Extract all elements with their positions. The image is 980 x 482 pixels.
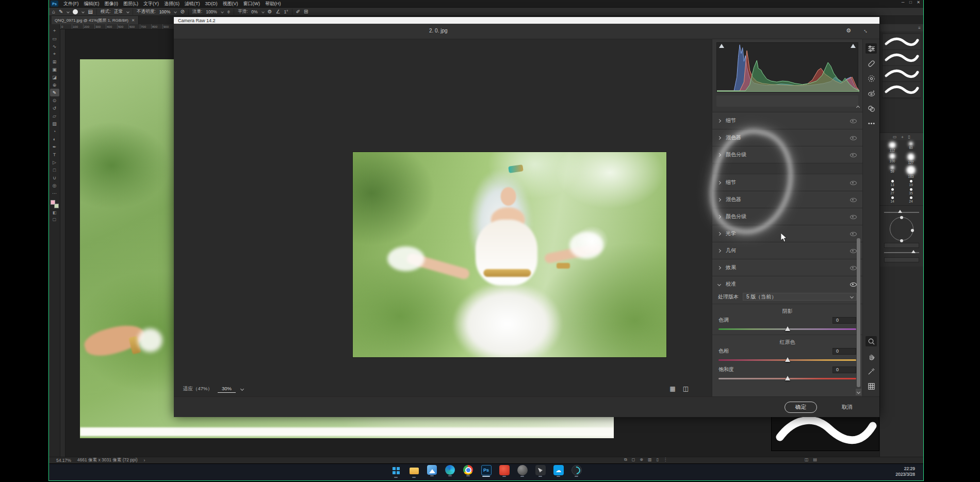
panel-footer-icon[interactable]: ⋮ xyxy=(663,457,667,462)
slider-thumb[interactable] xyxy=(911,250,916,253)
calibration-header[interactable]: 校准 xyxy=(712,276,862,292)
menu-item-5[interactable]: 选择(S) xyxy=(161,1,182,6)
highlight-clipping-icon[interactable] xyxy=(851,44,856,48)
brush-preset[interactable]: 24 xyxy=(903,196,919,204)
masking-tool-icon[interactable] xyxy=(865,73,877,84)
taskbar-red-app-icon[interactable] xyxy=(498,465,511,478)
minimize-icon[interactable]: ─ xyxy=(899,0,907,5)
color-swatches[interactable] xyxy=(51,200,59,208)
brush-preset[interactable]: 112 xyxy=(884,142,901,153)
preview-settings-icon[interactable]: ▦ xyxy=(669,385,675,392)
menu-item-8[interactable]: 视图(V) xyxy=(220,1,241,6)
smoothing-gear-icon[interactable]: ⚙ xyxy=(268,9,272,14)
delete-brush-icon[interactable]: ▯ xyxy=(908,135,910,139)
section-9[interactable]: 效果 xyxy=(712,259,862,276)
taskbar-player-icon[interactable] xyxy=(570,465,583,478)
maximize-icon[interactable]: □ xyxy=(907,0,914,5)
taskbar-clock[interactable]: 22:29 2023/3/28 xyxy=(895,466,915,477)
before-after-view-icon[interactable]: ◫ xyxy=(683,385,689,392)
taskbar-edge-icon[interactable] xyxy=(444,465,457,478)
brush-preset[interactable]: 59 xyxy=(884,165,901,179)
brush-stroke-preset[interactable] xyxy=(883,34,921,50)
taskbar-netdisk-icon[interactable]: ☁ xyxy=(552,465,565,478)
scroll-down-icon[interactable] xyxy=(856,389,861,395)
pressure-opacity-icon[interactable]: ⊘ xyxy=(180,9,184,14)
section-0[interactable]: 细节 xyxy=(712,112,862,129)
crop-tool[interactable]: ⊞ xyxy=(50,58,59,65)
panel-footer-icon[interactable]: ▤ xyxy=(813,457,818,462)
blur-tool[interactable]: ◔ xyxy=(50,127,59,135)
flow-value[interactable]: 100% xyxy=(206,9,217,14)
slider-thumb[interactable] xyxy=(785,357,790,362)
menu-item-9[interactable]: 窗口(W) xyxy=(241,1,263,6)
frame-tool[interactable]: ▣ xyxy=(50,65,59,73)
pen-tool[interactable]: ✒ xyxy=(50,143,59,151)
brush-angle-value[interactable]: 1° xyxy=(284,9,288,14)
slider-track[interactable] xyxy=(718,328,856,330)
document-tab[interactable]: QNQ_0971.jpg @ 41%(图层 1, RGB/8#) ✕ xyxy=(52,16,139,24)
fullscreen-expand-icon[interactable]: ↔ xyxy=(862,26,870,35)
object-select-tool[interactable]: ⌖ xyxy=(50,50,59,58)
move-tool[interactable]: ＋ xyxy=(50,27,59,35)
brush-stroke-preset[interactable] xyxy=(883,82,921,98)
home-icon[interactable]: ⌂ xyxy=(52,9,55,14)
shadow-clipping-icon[interactable] xyxy=(719,44,724,48)
section-8[interactable]: 几何 xyxy=(712,242,862,259)
taskbar-explorer-icon[interactable] xyxy=(407,465,421,478)
settings-gear-icon[interactable]: ⚙ xyxy=(846,27,851,34)
slider-thumb[interactable] xyxy=(785,326,790,331)
menu-item-0[interactable]: 文件(F) xyxy=(61,1,81,6)
taskbar-start-icon[interactable] xyxy=(389,465,403,478)
scrollbar-thumb[interactable] xyxy=(857,238,860,387)
panel-collapse-icon[interactable]: ≡ xyxy=(918,26,921,30)
brush-preset[interactable]: 14 xyxy=(884,196,901,204)
brush-preset[interactable]: 27 xyxy=(884,188,901,195)
menu-item-4[interactable]: 文字(Y) xyxy=(141,1,161,6)
new-folder-icon[interactable]: ▭ xyxy=(893,135,897,139)
brush-preset[interactable]: 35 xyxy=(903,188,919,195)
lasso-tool[interactable]: ∿ xyxy=(50,42,59,50)
more-tools[interactable]: ⋯ xyxy=(50,189,59,197)
wheel-handle[interactable] xyxy=(900,239,903,242)
airbrush-icon[interactable]: ⌽ xyxy=(227,9,230,15)
taskbar-photos-icon[interactable] xyxy=(426,465,439,478)
brush-preset-icon[interactable]: ✎ xyxy=(59,9,63,14)
panel-footer-icon[interactable]: ◻ xyxy=(632,457,635,462)
hand-tool-icon[interactable] xyxy=(865,351,877,361)
slider-track[interactable] xyxy=(718,378,856,379)
quick-mask-icon[interactable]: ◧ xyxy=(53,210,57,215)
ok-button[interactable]: 确定 xyxy=(785,402,817,413)
foreground-color-swatch[interactable] xyxy=(51,200,55,205)
brush-preset[interactable]: 19 xyxy=(903,179,919,187)
gradient-tool[interactable]: ▨ xyxy=(50,120,59,127)
slider-thumb[interactable] xyxy=(785,376,790,380)
healing-tool-icon[interactable] xyxy=(865,58,877,69)
process-version-select[interactable]: 5 版（当前） xyxy=(743,293,857,301)
brush-preset[interactable]: 100 xyxy=(884,153,901,165)
menu-item-3[interactable]: 图层(L) xyxy=(121,1,141,6)
close-icon[interactable]: ✕ xyxy=(914,0,922,5)
camera-raw-titlebar[interactable]: Camera Raw 14.2 xyxy=(174,17,879,24)
menu-item-7[interactable]: 3D(D) xyxy=(203,1,220,6)
red-eye-tool-icon[interactable] xyxy=(865,88,877,98)
cancel-button[interactable]: 取消 xyxy=(839,403,856,411)
color-value-box[interactable] xyxy=(884,257,919,262)
slider-value-input[interactable]: 0 xyxy=(832,367,856,373)
screen-mode-icon[interactable]: ▢ xyxy=(53,217,57,222)
zoom-tool[interactable]: ◎ xyxy=(50,181,59,189)
brush-preset[interactable]: 13 xyxy=(884,179,901,187)
menu-item-10[interactable]: 帮助(H) xyxy=(263,1,284,6)
preview-photo[interactable] xyxy=(352,152,667,358)
snapshots-tool-icon[interactable] xyxy=(865,103,877,113)
color-slider[interactable] xyxy=(884,212,919,213)
slider-track[interactable] xyxy=(718,359,856,361)
status-caret-icon[interactable]: › xyxy=(144,458,145,463)
spot-healing-tool[interactable]: ⊕ xyxy=(50,81,59,89)
brush-tip-icon[interactable] xyxy=(73,9,78,14)
color-slider[interactable] xyxy=(884,252,919,253)
zoom-fit-label[interactable]: 适应（47%） xyxy=(183,386,213,392)
brush-stroke-preset[interactable] xyxy=(883,66,921,82)
color-wheel[interactable] xyxy=(890,217,913,241)
tab-close-icon[interactable]: ✕ xyxy=(132,18,135,23)
status-zoom-value[interactable]: 54.17% xyxy=(56,458,71,463)
